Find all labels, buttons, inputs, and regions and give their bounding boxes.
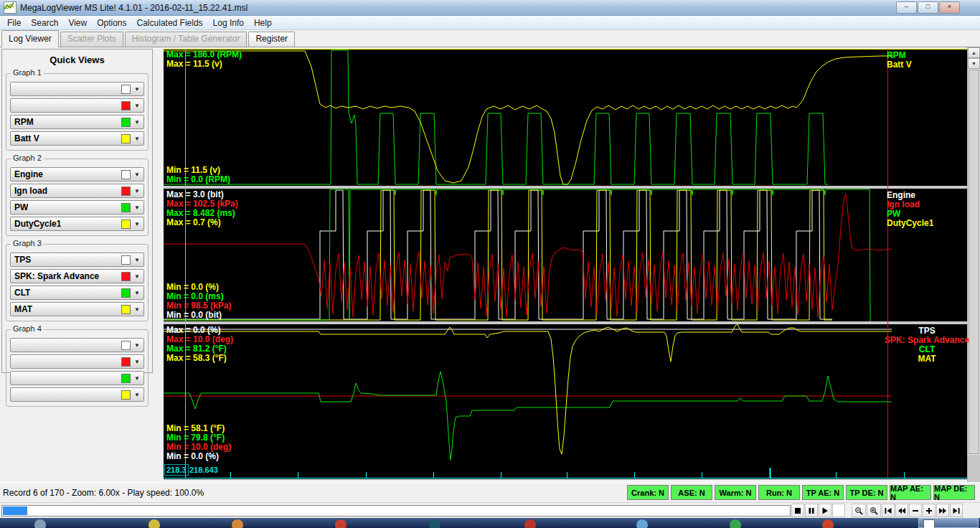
field-value: Batt V [14,133,39,143]
faster-icon [925,506,933,515]
menu-item-file[interactable]: File [2,16,26,29]
tab-scatter-plots[interactable]: Scatter Plots [60,32,123,47]
skip-to-start-button[interactable] [882,504,895,517]
trace-color-swatch [121,101,131,110]
graph-4-field-2-dropdown[interactable]: ▼ [10,354,144,369]
rewind-icon [897,506,906,515]
menu-item-search[interactable]: Search [26,16,63,29]
scroll-down-icon[interactable]: ▼ [968,58,980,69]
graph-3-group: Graph 3TPS▼SPK: Spark Advance▼CLT▼MAT▼ [6,244,149,321]
taskbar-icon-8[interactable] [730,519,741,528]
graph-3-field-4-dropdown[interactable]: MAT▼ [10,302,144,316]
graph-4-field-1-dropdown[interactable]: ▼ [10,338,144,352]
graph-2-field-2-dropdown[interactable]: Ign load▼ [10,184,144,198]
chart-scrollbar[interactable]: ▲ ▼ [967,47,980,482]
windows-taskbar[interactable] [0,518,980,528]
taskbar-icon-3[interactable] [232,519,243,528]
field-value: DutyCycle1 [14,219,61,229]
app-icon [4,1,17,14]
taskbar-icon-7[interactable] [636,519,648,528]
graph-1-field-2-dropdown[interactable]: ▼ [10,98,144,113]
tab-histogram-table-generator[interactable]: Histogram / Table Generator [125,32,248,47]
chevron-down-icon: ▼ [131,375,143,382]
scrollbar-track[interactable] [968,455,980,482]
rewind-button[interactable] [895,504,908,517]
title-bar[interactable]: MegaLogViewer MS Lite! 4.1.01 - 2016-02-… [0,0,980,16]
chevron-down-icon: ▼ [131,392,143,398]
taskbar-icon-1[interactable] [34,519,46,528]
graph-2-field-4-dropdown[interactable]: DutyCycle1▼ [10,217,144,231]
trace-color-swatch [121,305,131,314]
scroll-up-icon[interactable]: ▲ [968,47,980,58]
taskbar-icon-4[interactable] [335,519,347,528]
playback-bar [0,502,980,518]
stop-icon [793,506,802,515]
zoom-in-button[interactable] [867,504,881,517]
menu-item-log-info[interactable]: Log Info [208,16,249,29]
zoom-out-button[interactable] [852,504,866,517]
status-badges: Crank: NASE: NWarm: NRun: NTP AE: NTP DE… [627,485,975,500]
graph-1-group: Graph 1▼▼RPM▼Batt V▼ [6,73,149,151]
window-title: MegaLogViewer MS Lite! 4.1.01 - 2016-02-… [20,3,248,13]
zoom-out-icon [854,506,863,515]
chevron-down-icon: ▼ [131,86,143,93]
fast-forward-icon [938,506,947,515]
chevron-down-icon: ▼ [131,306,143,313]
taskbar-icon-5[interactable] [429,519,440,528]
stop-button[interactable] [791,504,804,517]
field-value: CLT [14,288,30,298]
minimize-button[interactable]: – [896,1,917,14]
taskbar-icon-6[interactable] [524,519,536,528]
graph-1-field-1-dropdown[interactable]: ▼ [10,82,144,96]
graph-1-field-4-dropdown[interactable]: Batt V▼ [10,131,144,146]
maximize-button[interactable]: □ [918,1,938,14]
slower-button[interactable] [909,504,922,517]
trace-color-swatch [121,203,131,212]
field-value: RPM [14,117,34,127]
skip-to-end-button[interactable] [950,504,963,517]
graph-4-field-4-dropdown[interactable]: ▼ [10,387,144,402]
trace-color-swatch [121,118,131,127]
menu-item-options[interactable]: Options [92,16,131,29]
taskbar-icon-2[interactable] [149,519,160,528]
pause-button[interactable] [805,504,818,517]
status-badge-crank: Crank: N [627,485,669,500]
graph-2-field-1-dropdown[interactable]: Engine▼ [10,167,144,182]
record-status-text: Record 6 of 170 - Zoom: 6.00x - Play spe… [3,488,204,498]
status-badge-tp-de: TP DE: N [846,485,887,500]
tab-log-viewer[interactable]: Log Viewer [1,30,59,47]
menu-item-view[interactable]: View [63,16,92,29]
fast-forward-button[interactable] [936,504,949,517]
playback-progress[interactable] [1,505,791,517]
chevron-down-icon: ▼ [131,119,143,126]
faster-button[interactable] [923,504,936,517]
graph-3-field-1-dropdown[interactable]: TPS▼ [10,253,144,267]
tab-register[interactable]: Register [248,32,295,47]
taskbar-active-app[interactable] [918,518,979,528]
status-badge-map-ae: MAP AE: N [890,485,931,500]
scrollbar-thumb[interactable] [969,70,979,454]
main-area: Quick Views Graph 1▼▼RPM▼Batt V▼Graph 2E… [0,47,980,482]
field-value: TPS [14,255,31,265]
chevron-down-icon: ▼ [131,188,143,194]
menu-item-help[interactable]: Help [249,16,277,29]
status-bar: Record 6 of 170 - Zoom: 6.00x - Play spe… [0,482,980,502]
field-value: Ign load [14,186,47,196]
menu-item-calculated-fields[interactable]: Calculated Fields [132,16,208,29]
chevron-down-icon: ▼ [131,171,143,178]
graph-3-field-3-dropdown[interactable]: CLT▼ [10,286,144,300]
play-icon [821,506,829,515]
chart-area[interactable]: Max = 186.0 (RPM)Max = 11.5 (v)Min = 11.… [164,47,967,482]
slower-icon [911,506,920,515]
graph-1-field-3-dropdown[interactable]: RPM▼ [10,115,144,129]
taskbar-icon-9[interactable] [822,519,834,528]
blank-button[interactable] [832,504,845,517]
graph-2-field-3-dropdown[interactable]: PW▼ [10,200,144,214]
play-button[interactable] [819,504,831,517]
close-button[interactable]: × [939,1,960,14]
zoom-in-icon [870,506,878,515]
graph-3-field-2-dropdown[interactable]: SPK: Spark Advance▼ [10,269,144,283]
graph-4-field-3-dropdown[interactable]: ▼ [10,371,144,385]
chart-svg [164,49,967,479]
tab-bar: Log ViewerScatter PlotsHistogram / Table… [0,30,980,47]
